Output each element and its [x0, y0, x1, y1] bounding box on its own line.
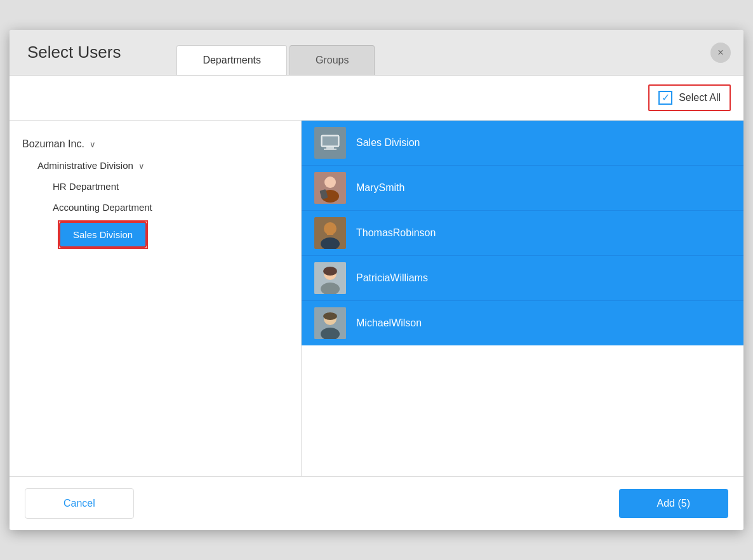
user-name: MichaelWilson	[356, 317, 422, 329]
list-item[interactable]: MichaelWilson	[302, 301, 743, 345]
list-item[interactable]: ThomasRobinson	[302, 211, 743, 256]
avatar	[314, 172, 346, 204]
avatar	[314, 262, 346, 294]
avatar	[314, 217, 346, 249]
tree-panel: Bozuman Inc. ∨ Administrative Division ∨…	[10, 121, 302, 476]
michael-avatar-icon	[314, 307, 346, 339]
user-name: PatriciaWilliams	[356, 272, 428, 284]
tab-groups[interactable]: Groups	[290, 45, 375, 75]
tree-item-hr-dept[interactable]: HR Department	[22, 176, 288, 197]
svg-point-16	[323, 267, 337, 276]
user-name: MarySmith	[356, 182, 404, 194]
tab-departments[interactable]: Departments	[177, 45, 287, 75]
svg-rect-3	[324, 149, 337, 150]
select-all-checkbox[interactable]: ✓	[658, 91, 672, 105]
list-item[interactable]: PatriciaWilliams	[302, 256, 743, 301]
select-users-dialog: Select Users Departments Groups × ✓ Sele…	[10, 30, 743, 530]
tabs-container: Departments Groups	[138, 30, 698, 75]
select-all-label: Select All	[679, 92, 721, 103]
header-close-area: ×	[698, 30, 743, 75]
selected-item-label: Sales Division	[59, 222, 147, 248]
patricia-avatar-icon	[314, 262, 346, 294]
tree-item-admin-div[interactable]: Administrative Division ∨	[22, 155, 288, 176]
user-list-panel: Sales Division MarySmith	[302, 121, 743, 476]
user-name: ThomasRobinson	[356, 227, 436, 239]
svg-rect-2	[326, 147, 334, 149]
mary-avatar-icon	[314, 172, 346, 204]
chevron-down-icon: ∨	[90, 140, 96, 149]
cancel-button[interactable]: Cancel	[25, 488, 134, 519]
select-all-bar: ✓ Select All	[10, 76, 743, 121]
avatar	[314, 307, 346, 339]
close-button[interactable]: ×	[710, 43, 731, 63]
tree-item-sales-div[interactable]: Sales Division	[58, 220, 148, 249]
sales-division-icon	[317, 130, 343, 156]
tree-item-accounting-dept[interactable]: Accounting Department	[22, 197, 288, 218]
tree-item-bozuman[interactable]: Bozuman Inc. ∨	[22, 133, 288, 155]
dialog-title: Select Users	[10, 30, 138, 75]
select-all-wrapper[interactable]: ✓ Select All	[648, 84, 731, 111]
list-item[interactable]: MarySmith	[302, 166, 743, 211]
dialog-footer: Cancel Add (5)	[10, 476, 743, 530]
svg-rect-12	[327, 232, 333, 235]
svg-rect-4	[323, 137, 338, 145]
svg-point-6	[324, 177, 336, 188]
add-button[interactable]: Add (5)	[619, 489, 728, 518]
dialog-body: Bozuman Inc. ∨ Administrative Division ∨…	[10, 121, 743, 476]
list-item[interactable]: Sales Division	[302, 121, 743, 166]
thomas-avatar-icon	[314, 217, 346, 249]
checkmark-icon: ✓	[662, 93, 670, 103]
avatar	[314, 127, 346, 159]
dialog-header: Select Users Departments Groups ×	[10, 30, 743, 76]
user-name: Sales Division	[356, 137, 420, 149]
chevron-down-icon: ∨	[138, 161, 145, 171]
svg-point-20	[323, 312, 337, 320]
